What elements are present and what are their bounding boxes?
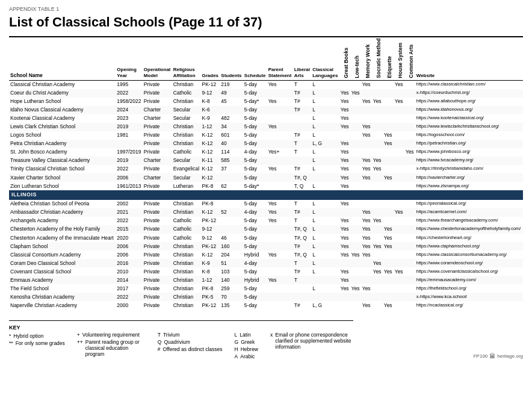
table-cell: K-11 bbox=[201, 157, 220, 165]
table-cell bbox=[372, 173, 383, 182]
table-cell bbox=[383, 165, 394, 173]
table-cell bbox=[361, 89, 372, 98]
table-cell: PK-8 bbox=[201, 284, 220, 293]
table-cell: Yes bbox=[350, 284, 361, 293]
table-cell: x-https://coeurduchrist.org/ bbox=[415, 89, 523, 98]
table-cell: T# bbox=[293, 242, 311, 250]
table-cell bbox=[394, 123, 404, 131]
table-cell: L, G bbox=[311, 140, 339, 148]
table-cell: Private bbox=[143, 123, 172, 131]
table-cell: Coram Deo Classical School bbox=[9, 259, 116, 267]
table-cell: 49 bbox=[220, 89, 243, 98]
table-cell: Clapham School bbox=[9, 242, 116, 250]
key-item-parent-reading: ++ Parent reading group or classical edu… bbox=[77, 339, 146, 357]
table-cell: T# bbox=[293, 301, 311, 309]
table-cell: 219 bbox=[220, 80, 243, 89]
table-cell bbox=[394, 148, 404, 157]
table-cell bbox=[350, 173, 361, 182]
table-cell: Yes bbox=[383, 140, 394, 148]
table-cell: Yes bbox=[361, 173, 372, 182]
table-cell: T#, Q bbox=[293, 173, 311, 182]
table-cell: x-https://trinitychristianidaho.com/ bbox=[415, 165, 523, 173]
table-cell: Catholic bbox=[172, 217, 201, 225]
table-cell: L bbox=[311, 208, 339, 217]
table-cell: Yes bbox=[339, 182, 350, 190]
table-cell: Yes bbox=[394, 98, 404, 106]
table-cell bbox=[220, 200, 243, 208]
table-row: Clapham School2006PrivateChristianPK-121… bbox=[9, 242, 523, 250]
table-cell: L bbox=[311, 234, 339, 242]
table-cell bbox=[350, 267, 361, 276]
table-cell bbox=[383, 284, 394, 293]
table-cell bbox=[267, 242, 293, 250]
table-cell: Yes bbox=[372, 259, 383, 267]
table-cell: Christian bbox=[172, 276, 201, 284]
table-row: Petra Christian AcademyPrivateChristianK… bbox=[9, 140, 523, 148]
table-cell: Yes bbox=[267, 250, 293, 259]
table-cell: https://www.chestertonacademyoftheholyfa… bbox=[415, 225, 523, 234]
table-cell: Private bbox=[143, 234, 172, 242]
table-cell: Chesterton Academy of the Immaculate Hea… bbox=[9, 234, 116, 242]
table-cell: PK-12 bbox=[201, 217, 220, 225]
table-cell: T bbox=[293, 217, 311, 225]
col-grades: Grades bbox=[201, 37, 220, 80]
table-row: The Field School2017PrivateChristianPK-8… bbox=[9, 284, 523, 293]
table-cell bbox=[350, 148, 361, 157]
table-cell bbox=[372, 234, 383, 242]
table-cell: L bbox=[311, 250, 339, 259]
table-cell bbox=[339, 208, 350, 217]
table-cell: Private bbox=[143, 208, 172, 217]
table-cell bbox=[267, 259, 293, 267]
table-cell: Catholic bbox=[172, 225, 201, 234]
table-cell: Catholic bbox=[172, 89, 201, 98]
table-cell: 4-day bbox=[243, 148, 267, 157]
table-cell bbox=[293, 284, 311, 293]
table-cell: T# bbox=[293, 208, 311, 217]
table-cell: 2022 bbox=[116, 165, 143, 173]
table-cell: Catholic bbox=[172, 148, 201, 157]
table-cell: Yes bbox=[372, 242, 383, 250]
table-cell: K-9 bbox=[201, 114, 220, 123]
table-cell: Catholic bbox=[172, 234, 201, 242]
table-cell bbox=[404, 80, 415, 89]
table-cell: T# bbox=[293, 131, 311, 140]
table-cell: Yes bbox=[267, 200, 293, 208]
table-cell bbox=[404, 242, 415, 250]
table-row: Emmaus Academy2014PrivateChristian1-1214… bbox=[9, 276, 523, 284]
table-cell: K-9 bbox=[201, 259, 220, 267]
table-cell: 62 bbox=[220, 182, 243, 190]
table-cell: Yes bbox=[339, 89, 350, 98]
table-cell: Private bbox=[143, 259, 172, 267]
table-cell bbox=[404, 259, 415, 267]
table-cell: 5-day bbox=[243, 89, 267, 98]
table-cell: K-12 bbox=[201, 165, 220, 173]
table-row: Aletheia Christian School of Peoria2002P… bbox=[9, 200, 523, 208]
table-cell: Private bbox=[143, 293, 172, 301]
table-cell bbox=[339, 301, 350, 309]
table-cell: Yes bbox=[361, 80, 372, 89]
table-cell: 5-day bbox=[243, 80, 267, 89]
table-cell: Secular bbox=[172, 114, 201, 123]
table-cell bbox=[404, 234, 415, 242]
table-cell: Charter bbox=[143, 114, 172, 123]
table-cell bbox=[361, 200, 372, 208]
table-cell bbox=[383, 123, 394, 131]
heritage-domain: heritage.org bbox=[497, 353, 523, 359]
col-school-name: School Name bbox=[9, 37, 116, 80]
table-row: Chesterton Academy of the Holy Family201… bbox=[9, 225, 523, 234]
table-cell: Yes bbox=[339, 123, 350, 131]
col-etiquette: Etiquette bbox=[383, 37, 394, 80]
table-cell bbox=[267, 301, 293, 309]
key-item-volunteering: + Volunteering requirement bbox=[77, 332, 146, 338]
table-cell bbox=[311, 276, 339, 284]
col-students: Students bbox=[220, 37, 243, 80]
table-cell: Yes bbox=[267, 217, 293, 225]
table-cell: 1-12 bbox=[201, 276, 220, 284]
table-cell bbox=[339, 293, 350, 301]
table-cell: K-12 bbox=[201, 140, 220, 148]
table-cell: Private bbox=[143, 276, 172, 284]
table-cell bbox=[350, 276, 361, 284]
table-cell: 585 bbox=[220, 157, 243, 165]
table-cell bbox=[267, 114, 293, 123]
table-row: Kootenai Classical Academy2023CharterSec… bbox=[9, 114, 523, 123]
